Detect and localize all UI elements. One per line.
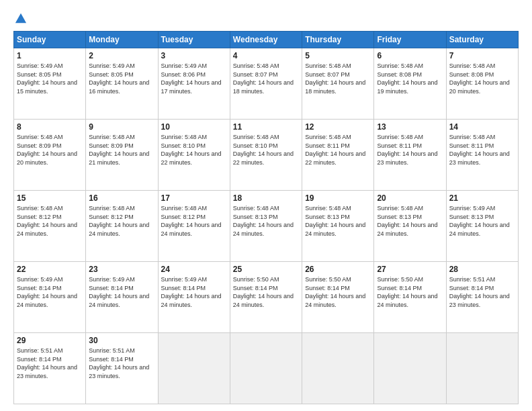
- day-number: 1: [17, 51, 83, 60]
- calendar-cell: 5Sunrise: 5:48 AM Sunset: 8:07 PM Daylig…: [302, 48, 374, 120]
- day-info: Sunrise: 5:48 AM Sunset: 8:11 PM Dayligh…: [449, 133, 515, 167]
- day-info: Sunrise: 5:48 AM Sunset: 8:10 PM Dayligh…: [161, 133, 227, 167]
- weekday-header-saturday: Saturday: [446, 32, 518, 48]
- calendar-cell: 21Sunrise: 5:49 AM Sunset: 8:13 PM Dayli…: [446, 191, 518, 262]
- weekday-header-monday: Monday: [86, 32, 158, 48]
- day-info: Sunrise: 5:48 AM Sunset: 8:13 PM Dayligh…: [233, 204, 299, 238]
- svg-marker-0: [15, 13, 26, 23]
- day-number: 11: [233, 122, 299, 132]
- day-info: Sunrise: 5:48 AM Sunset: 8:13 PM Dayligh…: [305, 204, 371, 238]
- week-row-1: 1Sunrise: 5:49 AM Sunset: 8:05 PM Daylig…: [14, 48, 519, 120]
- day-info: Sunrise: 5:48 AM Sunset: 8:07 PM Dayligh…: [233, 62, 299, 95]
- day-info: Sunrise: 5:49 AM Sunset: 8:13 PM Dayligh…: [449, 204, 515, 238]
- calendar-cell: 12Sunrise: 5:48 AM Sunset: 8:11 PM Dayli…: [302, 120, 374, 191]
- day-info: Sunrise: 5:49 AM Sunset: 8:05 PM Dayligh…: [17, 62, 83, 95]
- day-info: Sunrise: 5:49 AM Sunset: 8:05 PM Dayligh…: [89, 62, 154, 95]
- calendar-cell: 14Sunrise: 5:48 AM Sunset: 8:11 PM Dayli…: [446, 120, 518, 191]
- week-row-4: 22Sunrise: 5:49 AM Sunset: 8:14 PM Dayli…: [14, 262, 519, 333]
- weekday-header-friday: Friday: [374, 32, 446, 48]
- day-info: Sunrise: 5:49 AM Sunset: 8:14 PM Dayligh…: [17, 275, 83, 309]
- calendar-cell: 4Sunrise: 5:48 AM Sunset: 8:07 PM Daylig…: [230, 48, 302, 120]
- calendar-cell: [158, 333, 230, 404]
- day-number: 27: [377, 265, 443, 274]
- page: SundayMondayTuesdayWednesdayThursdayFrid…: [0, 0, 532, 411]
- day-number: 20: [377, 193, 443, 203]
- day-info: Sunrise: 5:48 AM Sunset: 8:13 PM Dayligh…: [377, 204, 443, 238]
- day-info: Sunrise: 5:51 AM Sunset: 8:14 PM Dayligh…: [449, 275, 515, 309]
- day-info: Sunrise: 5:50 AM Sunset: 8:14 PM Dayligh…: [305, 275, 371, 309]
- day-number: 6: [377, 51, 443, 60]
- calendar-cell: 1Sunrise: 5:49 AM Sunset: 8:05 PM Daylig…: [14, 48, 86, 120]
- day-info: Sunrise: 5:48 AM Sunset: 8:12 PM Dayligh…: [161, 204, 227, 238]
- day-info: Sunrise: 5:48 AM Sunset: 8:08 PM Dayligh…: [449, 62, 515, 95]
- day-number: 16: [89, 193, 154, 203]
- day-number: 8: [17, 122, 83, 132]
- calendar-cell: [374, 333, 446, 404]
- weekday-header-sunday: Sunday: [14, 32, 86, 48]
- day-number: 15: [17, 193, 83, 203]
- day-number: 17: [161, 193, 227, 203]
- calendar-cell: 23Sunrise: 5:49 AM Sunset: 8:14 PM Dayli…: [86, 262, 158, 333]
- calendar-cell: 18Sunrise: 5:48 AM Sunset: 8:13 PM Dayli…: [230, 191, 302, 262]
- calendar-cell: 13Sunrise: 5:48 AM Sunset: 8:11 PM Dayli…: [374, 120, 446, 191]
- calendar-cell: 27Sunrise: 5:50 AM Sunset: 8:14 PM Dayli…: [374, 262, 446, 333]
- day-number: 24: [161, 265, 227, 274]
- calendar-cell: [302, 333, 374, 404]
- day-info: Sunrise: 5:50 AM Sunset: 8:14 PM Dayligh…: [233, 275, 299, 309]
- day-info: Sunrise: 5:48 AM Sunset: 8:12 PM Dayligh…: [17, 204, 83, 238]
- day-number: 29: [17, 336, 83, 345]
- day-number: 2: [89, 51, 154, 60]
- day-number: 25: [233, 265, 299, 274]
- calendar-cell: 22Sunrise: 5:49 AM Sunset: 8:14 PM Dayli…: [14, 262, 86, 333]
- calendar-cell: 28Sunrise: 5:51 AM Sunset: 8:14 PM Dayli…: [446, 262, 518, 333]
- calendar-cell: [446, 333, 518, 404]
- day-info: Sunrise: 5:49 AM Sunset: 8:14 PM Dayligh…: [89, 275, 154, 309]
- calendar-cell: 8Sunrise: 5:48 AM Sunset: 8:09 PM Daylig…: [14, 120, 86, 191]
- week-row-3: 15Sunrise: 5:48 AM Sunset: 8:12 PM Dayli…: [14, 191, 519, 262]
- day-number: 7: [449, 51, 515, 60]
- day-number: 26: [305, 265, 371, 274]
- day-number: 14: [449, 122, 515, 132]
- calendar-cell: 10Sunrise: 5:48 AM Sunset: 8:10 PM Dayli…: [158, 120, 230, 191]
- day-info: Sunrise: 5:48 AM Sunset: 8:11 PM Dayligh…: [305, 133, 371, 167]
- day-info: Sunrise: 5:48 AM Sunset: 8:09 PM Dayligh…: [17, 133, 83, 167]
- calendar-cell: 9Sunrise: 5:48 AM Sunset: 8:09 PM Daylig…: [86, 120, 158, 191]
- calendar-cell: [230, 333, 302, 404]
- day-info: Sunrise: 5:48 AM Sunset: 8:09 PM Dayligh…: [89, 133, 154, 167]
- calendar-table: SundayMondayTuesdayWednesdayThursdayFrid…: [13, 31, 519, 404]
- calendar-cell: 11Sunrise: 5:48 AM Sunset: 8:10 PM Dayli…: [230, 120, 302, 191]
- calendar-cell: 3Sunrise: 5:49 AM Sunset: 8:06 PM Daylig…: [158, 48, 230, 120]
- day-number: 23: [89, 265, 154, 274]
- day-number: 13: [377, 122, 443, 132]
- day-number: 12: [305, 122, 371, 132]
- week-row-2: 8Sunrise: 5:48 AM Sunset: 8:09 PM Daylig…: [14, 120, 519, 191]
- day-number: 5: [305, 51, 371, 60]
- weekday-header-thursday: Thursday: [302, 32, 374, 48]
- calendar-cell: 6Sunrise: 5:48 AM Sunset: 8:08 PM Daylig…: [374, 48, 446, 120]
- day-info: Sunrise: 5:51 AM Sunset: 8:14 PM Dayligh…: [17, 347, 83, 380]
- calendar-cell: 16Sunrise: 5:48 AM Sunset: 8:12 PM Dayli…: [86, 191, 158, 262]
- day-number: 18: [233, 193, 299, 203]
- calendar-cell: 29Sunrise: 5:51 AM Sunset: 8:14 PM Dayli…: [14, 333, 86, 404]
- day-number: 21: [449, 193, 515, 203]
- calendar-cell: 17Sunrise: 5:48 AM Sunset: 8:12 PM Dayli…: [158, 191, 230, 262]
- calendar-cell: 7Sunrise: 5:48 AM Sunset: 8:08 PM Daylig…: [446, 48, 518, 120]
- day-number: 4: [233, 51, 299, 60]
- logo-icon: [15, 12, 27, 24]
- day-info: Sunrise: 5:51 AM Sunset: 8:14 PM Dayligh…: [89, 347, 154, 380]
- day-number: 10: [161, 122, 227, 132]
- day-info: Sunrise: 5:49 AM Sunset: 8:06 PM Dayligh…: [161, 62, 227, 95]
- logo: [13, 12, 27, 24]
- calendar-cell: 2Sunrise: 5:49 AM Sunset: 8:05 PM Daylig…: [86, 48, 158, 120]
- weekday-header-row: SundayMondayTuesdayWednesdayThursdayFrid…: [14, 32, 519, 48]
- day-info: Sunrise: 5:48 AM Sunset: 8:10 PM Dayligh…: [233, 133, 299, 167]
- weekday-header-wednesday: Wednesday: [230, 32, 302, 48]
- day-number: 9: [89, 122, 154, 132]
- day-number: 3: [161, 51, 227, 60]
- day-info: Sunrise: 5:48 AM Sunset: 8:12 PM Dayligh…: [89, 204, 154, 238]
- header: [13, 12, 519, 24]
- calendar-cell: 19Sunrise: 5:48 AM Sunset: 8:13 PM Dayli…: [302, 191, 374, 262]
- day-number: 19: [305, 193, 371, 203]
- day-number: 28: [449, 265, 515, 274]
- calendar-cell: 20Sunrise: 5:48 AM Sunset: 8:13 PM Dayli…: [374, 191, 446, 262]
